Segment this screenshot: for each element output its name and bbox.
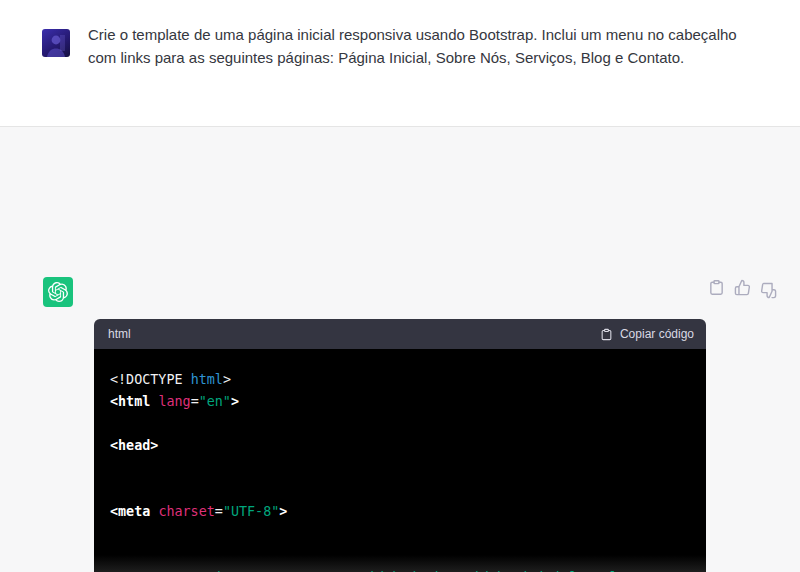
code-content[interactable]: <!DOCTYPE html><html lang="en"> <head> <… <box>94 349 706 572</box>
user-message-text: Crie o template de uma página inicial re… <box>88 24 740 69</box>
clipboard-icon <box>600 328 613 341</box>
assistant-message-row: html Copiar código <!DOCTYPE html><html … <box>0 126 800 572</box>
user-portrait-icon <box>42 29 70 57</box>
code-block-header: html Copiar código <box>94 319 706 349</box>
thumbs-down-icon <box>760 282 777 299</box>
copy-code-label: Copiar código <box>620 327 694 341</box>
openai-logo-icon <box>48 282 68 302</box>
message-action-bar <box>708 279 777 299</box>
code-language-label: html <box>108 327 131 341</box>
clipboard-icon <box>708 279 725 296</box>
thumbs-down-button[interactable] <box>760 282 777 299</box>
user-message-row: Crie o template de uma página inicial re… <box>0 0 800 126</box>
code-block: html Copiar código <!DOCTYPE html><html … <box>94 319 706 572</box>
chatgpt-screen: Crie o template de uma página inicial re… <box>0 0 800 572</box>
user-avatar <box>42 29 70 57</box>
copy-message-button[interactable] <box>708 279 725 296</box>
thumbs-up-icon <box>734 279 751 296</box>
copy-code-button[interactable]: Copiar código <box>600 327 694 341</box>
thumbs-up-button[interactable] <box>734 279 751 296</box>
chatgpt-avatar <box>43 277 73 307</box>
